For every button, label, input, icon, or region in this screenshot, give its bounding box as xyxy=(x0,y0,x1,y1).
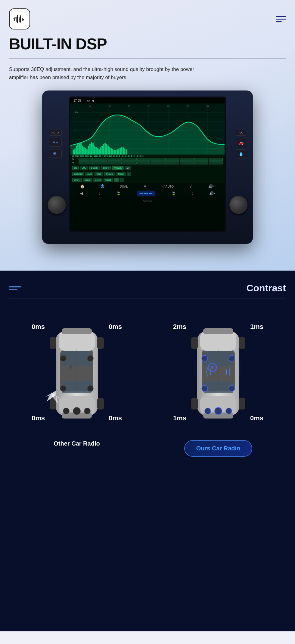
svg-rect-63 xyxy=(239,398,245,409)
svg-rect-38 xyxy=(97,337,104,349)
svg-point-70 xyxy=(226,408,232,414)
svg-rect-0 xyxy=(14,18,15,21)
hamburger-button[interactable] xyxy=(276,16,286,22)
status-bar: 17:55 ⌃ ▭ ◀ xyxy=(70,98,225,103)
svg-point-67 xyxy=(229,385,235,391)
user3-btn[interactable]: User3 xyxy=(93,178,102,182)
svg-point-47 xyxy=(84,408,90,414)
user5-btn[interactable]: User5 xyxy=(104,178,113,182)
svg-text:20: 20 xyxy=(148,105,150,108)
svg-rect-5 xyxy=(22,18,23,21)
our-car-button[interactable]: Ours Car Radio xyxy=(184,440,253,457)
our-car-label: Ours Car Radio xyxy=(196,445,241,452)
svg-rect-61 xyxy=(239,337,245,349)
our-top-right-label: 1ms xyxy=(250,323,263,331)
contrast-divider xyxy=(9,299,286,299)
main-screen: 17:55 ⌃ ▭ ◀ xyxy=(69,97,226,232)
logo-icon xyxy=(13,12,26,26)
svg-rect-58 xyxy=(203,328,233,334)
other-top-right-label: 0ms xyxy=(109,323,122,331)
svg-point-68 xyxy=(215,407,222,415)
classical-btn[interactable]: Classical xyxy=(72,172,84,176)
q-row: Q xyxy=(70,161,225,165)
svg-point-41 xyxy=(60,355,66,361)
contrast-header: Contrast xyxy=(9,283,286,294)
our-top-left-label: 2ms xyxy=(173,323,186,331)
brand-text: Seicane xyxy=(143,200,153,203)
srs-btn[interactable]: SRS® xyxy=(101,166,111,170)
svg-text:36: 36 xyxy=(206,105,209,108)
right-side-controls: A/C 🚗 💧 xyxy=(236,130,246,158)
bottom-section: Contrast 0ms 0ms 0ms 0ms xyxy=(0,271,295,631)
gq-row: G xyxy=(70,158,225,161)
our-car-label-container[interactable]: Ours Car Radio xyxy=(184,440,253,457)
our-car-comparison: 2ms 1ms 1ms 0ms xyxy=(151,311,286,457)
left-knob[interactable] xyxy=(48,196,66,214)
svg-rect-2 xyxy=(17,15,18,23)
svg-point-69 xyxy=(205,408,211,414)
svg-text:15: 15 xyxy=(128,105,131,108)
volume-icon-btn[interactable]: 🔊 xyxy=(125,166,131,170)
arrow-decoration-right xyxy=(50,391,65,407)
logo xyxy=(9,8,30,29)
user2-btn[interactable]: User2 xyxy=(83,178,92,182)
eq-user-buttons: User1 User2 User3 User5 + - xyxy=(70,177,225,183)
svg-point-44 xyxy=(87,385,93,391)
left-side-controls: AUTO ✳+ ✳- xyxy=(49,130,62,158)
dolby-btn[interactable]: DOLBY xyxy=(89,166,100,170)
svg-rect-37 xyxy=(50,337,56,349)
user1-btn[interactable]: User1 xyxy=(72,178,82,182)
svg-text:20: 20 xyxy=(75,111,78,114)
climate-bar: 🏠 ⏻ DUAL ❄ ↺ AUTO ↙ 🔊+ xyxy=(70,183,225,190)
eq-graph: 5 10 15 20 25 30 36 20 0 -20 xyxy=(70,103,225,155)
uuu-btn[interactable]: UUU xyxy=(80,166,88,170)
our-bottom-left-label: 1ms xyxy=(173,414,186,422)
other-bottom-right-label: 0ms xyxy=(109,414,122,422)
jazz-btn[interactable]: Jazz xyxy=(85,172,93,176)
svg-point-42 xyxy=(87,355,93,361)
svg-text:30: 30 xyxy=(187,105,189,108)
dts-btn[interactable]: dts xyxy=(72,166,79,170)
svg-rect-6 xyxy=(23,19,24,20)
svg-rect-60 xyxy=(191,337,198,349)
other-top-left-label: 0ms xyxy=(32,323,45,331)
add-btn[interactable]: + xyxy=(114,178,119,182)
other-car-label: Other Car Radio xyxy=(54,440,100,447)
svg-rect-62 xyxy=(191,398,198,409)
svg-point-65 xyxy=(229,355,235,361)
svg-rect-35 xyxy=(62,328,92,334)
brand-label: Seicane xyxy=(70,197,225,204)
svg-text:0: 0 xyxy=(75,129,76,132)
header xyxy=(9,0,286,35)
svg-rect-40 xyxy=(97,398,104,409)
svg-point-66 xyxy=(202,385,208,391)
minus-btn[interactable]: - xyxy=(120,178,124,182)
popular-btn[interactable]: Popular xyxy=(104,172,115,176)
svg-rect-3 xyxy=(19,17,20,22)
other-car-comparison: 0ms 0ms 0ms 0ms xyxy=(9,311,144,447)
car-radio-showcase: AUTO ✳+ ✳- A/C 🚗 💧 17:55 ⌃ xyxy=(9,90,286,253)
svg-text:5: 5 xyxy=(89,105,91,108)
top-section: BUILT-IN DSP Supports 36EQ adjustment, a… xyxy=(0,0,295,271)
svg-text:10: 10 xyxy=(108,105,111,108)
our-bottom-right-label: 0ms xyxy=(250,414,263,422)
comparison-container: 0ms 0ms 0ms 0ms xyxy=(9,311,286,457)
svg-point-64 xyxy=(202,355,208,361)
eq-freq-labels: 20 24 29 40 53 68 85 11 4 18 22 32 47 37… xyxy=(70,155,225,158)
rock-btn[interactable]: Rock xyxy=(95,172,103,176)
svg-point-43 xyxy=(60,385,66,391)
svg-rect-4 xyxy=(20,15,21,23)
our-car-svg xyxy=(188,325,248,423)
svg-point-46 xyxy=(63,408,69,414)
info-btn[interactable]: ℹ xyxy=(127,172,131,176)
contrast-title: Contrast xyxy=(246,283,286,294)
contrast-icon xyxy=(9,286,21,290)
right-knob[interactable] xyxy=(229,196,247,214)
screen-time: 17:55 xyxy=(73,99,81,102)
eq-preset-buttons-row2: Classical Jazz Rock Popular Reset ℹ xyxy=(70,171,225,177)
through-btn[interactable]: Through xyxy=(112,166,123,170)
eq-preset-buttons-row1: dts UUU DOLBY SRS® Through 🔊 xyxy=(70,165,225,171)
svg-rect-1 xyxy=(16,17,17,22)
description-text: Supports 36EQ adjustment, and the ultra-… xyxy=(9,65,214,81)
reset-btn[interactable]: Reset xyxy=(116,172,126,176)
